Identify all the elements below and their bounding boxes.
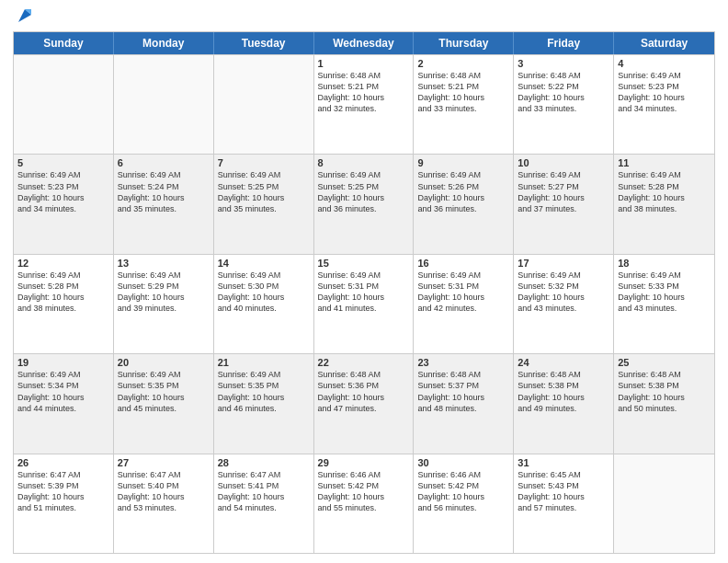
header-cell-sunday: Sunday [14, 32, 114, 54]
day-number: 24 [518, 357, 609, 368]
calendar: SundayMondayTuesdayWednesdayThursdayFrid… [13, 31, 715, 554]
page: SundayMondayTuesdayWednesdayThursdayFrid… [0, 0, 728, 563]
day-number: 30 [417, 457, 509, 468]
day-info: Sunrise: 6:49 AM Sunset: 5:33 PM Dayligh… [618, 270, 711, 315]
day-number: 2 [417, 58, 509, 69]
day-number: 23 [417, 357, 509, 368]
day-info: Sunrise: 6:49 AM Sunset: 5:35 PM Dayligh… [118, 369, 210, 414]
day-number: 18 [618, 258, 711, 269]
day-number: 14 [218, 258, 310, 269]
cal-cell: 13Sunrise: 6:49 AM Sunset: 5:29 PM Dayli… [114, 255, 214, 353]
day-info: Sunrise: 6:49 AM Sunset: 5:31 PM Dayligh… [318, 270, 410, 315]
day-info: Sunrise: 6:49 AM Sunset: 5:26 PM Dayligh… [417, 169, 509, 214]
day-info: Sunrise: 6:49 AM Sunset: 5:35 PM Dayligh… [218, 369, 310, 414]
day-number: 5 [17, 157, 109, 168]
cal-cell: 2Sunrise: 6:48 AM Sunset: 5:21 PM Daylig… [414, 55, 514, 154]
week-row-2: 5Sunrise: 6:49 AM Sunset: 5:23 PM Daylig… [14, 154, 714, 253]
cal-cell: 10Sunrise: 6:49 AM Sunset: 5:27 PM Dayli… [514, 155, 614, 253]
day-info: Sunrise: 6:49 AM Sunset: 5:27 PM Dayligh… [518, 169, 609, 214]
day-number: 29 [318, 457, 410, 468]
day-info: Sunrise: 6:48 AM Sunset: 5:21 PM Dayligh… [417, 70, 509, 115]
calendar-header: SundayMondayTuesdayWednesdayThursdayFrid… [14, 32, 714, 54]
day-number: 15 [318, 258, 410, 269]
day-number: 26 [17, 457, 109, 468]
cal-cell: 15Sunrise: 6:49 AM Sunset: 5:31 PM Dayli… [314, 255, 415, 353]
day-number: 19 [17, 357, 109, 368]
cal-cell: 27Sunrise: 6:47 AM Sunset: 5:40 PM Dayli… [114, 454, 214, 553]
day-number: 12 [17, 258, 109, 269]
day-info: Sunrise: 6:45 AM Sunset: 5:43 PM Dayligh… [518, 469, 609, 514]
day-info: Sunrise: 6:46 AM Sunset: 5:42 PM Dayligh… [417, 469, 509, 514]
header-cell-saturday: Saturday [614, 32, 714, 54]
day-number: 10 [518, 157, 609, 168]
cal-cell: 30Sunrise: 6:46 AM Sunset: 5:42 PM Dayli… [414, 454, 514, 553]
day-info: Sunrise: 6:49 AM Sunset: 5:32 PM Dayligh… [518, 270, 609, 315]
header-cell-friday: Friday [514, 32, 614, 54]
logo-icon [15, 6, 35, 26]
day-number: 1 [318, 58, 410, 69]
day-info: Sunrise: 6:49 AM Sunset: 5:30 PM Dayligh… [218, 270, 310, 315]
day-info: Sunrise: 6:47 AM Sunset: 5:39 PM Dayligh… [17, 469, 109, 514]
day-number: 28 [218, 457, 310, 468]
cal-cell: 18Sunrise: 6:49 AM Sunset: 5:33 PM Dayli… [614, 255, 714, 353]
cal-cell: 3Sunrise: 6:48 AM Sunset: 5:22 PM Daylig… [514, 55, 614, 154]
cal-cell: 26Sunrise: 6:47 AM Sunset: 5:39 PM Dayli… [14, 454, 114, 553]
day-info: Sunrise: 6:46 AM Sunset: 5:42 PM Dayligh… [318, 469, 410, 514]
day-info: Sunrise: 6:48 AM Sunset: 5:37 PM Dayligh… [417, 369, 509, 414]
cal-cell: 4Sunrise: 6:49 AM Sunset: 5:23 PM Daylig… [614, 55, 714, 154]
week-row-5: 26Sunrise: 6:47 AM Sunset: 5:39 PM Dayli… [14, 454, 714, 553]
day-number: 17 [518, 258, 609, 269]
day-info: Sunrise: 6:49 AM Sunset: 5:23 PM Dayligh… [17, 169, 109, 214]
day-info: Sunrise: 6:49 AM Sunset: 5:31 PM Dayligh… [417, 270, 509, 315]
day-number: 25 [618, 357, 711, 368]
day-info: Sunrise: 6:49 AM Sunset: 5:23 PM Dayligh… [618, 70, 711, 115]
day-number: 6 [118, 157, 210, 168]
cal-cell: 29Sunrise: 6:46 AM Sunset: 5:42 PM Dayli… [314, 454, 415, 553]
day-info: Sunrise: 6:48 AM Sunset: 5:36 PM Dayligh… [318, 369, 410, 414]
cal-cell: 25Sunrise: 6:48 AM Sunset: 5:38 PM Dayli… [614, 354, 714, 453]
cal-cell [614, 454, 714, 553]
cal-cell: 8Sunrise: 6:49 AM Sunset: 5:25 PM Daylig… [314, 155, 415, 253]
day-info: Sunrise: 6:49 AM Sunset: 5:29 PM Dayligh… [118, 270, 210, 315]
cal-cell: 14Sunrise: 6:49 AM Sunset: 5:30 PM Dayli… [214, 255, 314, 353]
cal-cell: 28Sunrise: 6:47 AM Sunset: 5:41 PM Dayli… [214, 454, 314, 553]
day-info: Sunrise: 6:49 AM Sunset: 5:25 PM Dayligh… [218, 169, 310, 214]
day-number: 16 [417, 258, 509, 269]
week-row-4: 19Sunrise: 6:49 AM Sunset: 5:34 PM Dayli… [14, 353, 714, 453]
cal-cell: 24Sunrise: 6:48 AM Sunset: 5:38 PM Dayli… [514, 354, 614, 453]
logo [13, 9, 35, 26]
cal-cell: 21Sunrise: 6:49 AM Sunset: 5:35 PM Dayli… [214, 354, 314, 453]
header-cell-wednesday: Wednesday [314, 32, 415, 54]
day-info: Sunrise: 6:49 AM Sunset: 5:25 PM Dayligh… [318, 169, 410, 214]
header-cell-monday: Monday [114, 32, 214, 54]
cal-cell: 9Sunrise: 6:49 AM Sunset: 5:26 PM Daylig… [414, 155, 514, 253]
header [13, 9, 715, 26]
header-cell-thursday: Thursday [414, 32, 514, 54]
cal-cell [214, 55, 314, 154]
day-number: 7 [218, 157, 310, 168]
day-number: 31 [518, 457, 609, 468]
cal-cell: 6Sunrise: 6:49 AM Sunset: 5:24 PM Daylig… [114, 155, 214, 253]
cal-cell: 17Sunrise: 6:49 AM Sunset: 5:32 PM Dayli… [514, 255, 614, 353]
cal-cell [114, 55, 214, 154]
cal-cell: 19Sunrise: 6:49 AM Sunset: 5:34 PM Dayli… [14, 354, 114, 453]
day-number: 21 [218, 357, 310, 368]
day-number: 13 [118, 258, 210, 269]
calendar-body: 1Sunrise: 6:48 AM Sunset: 5:21 PM Daylig… [14, 54, 714, 553]
cal-cell: 16Sunrise: 6:49 AM Sunset: 5:31 PM Dayli… [414, 255, 514, 353]
cal-cell: 22Sunrise: 6:48 AM Sunset: 5:36 PM Dayli… [314, 354, 415, 453]
cal-cell: 1Sunrise: 6:48 AM Sunset: 5:21 PM Daylig… [314, 55, 415, 154]
day-info: Sunrise: 6:48 AM Sunset: 5:38 PM Dayligh… [618, 369, 711, 414]
day-info: Sunrise: 6:49 AM Sunset: 5:28 PM Dayligh… [17, 270, 109, 315]
day-info: Sunrise: 6:47 AM Sunset: 5:41 PM Dayligh… [218, 469, 310, 514]
day-info: Sunrise: 6:49 AM Sunset: 5:28 PM Dayligh… [618, 169, 711, 214]
cal-cell: 7Sunrise: 6:49 AM Sunset: 5:25 PM Daylig… [214, 155, 314, 253]
day-number: 20 [118, 357, 210, 368]
cal-cell: 5Sunrise: 6:49 AM Sunset: 5:23 PM Daylig… [14, 155, 114, 253]
day-info: Sunrise: 6:48 AM Sunset: 5:21 PM Dayligh… [318, 70, 410, 115]
cal-cell: 12Sunrise: 6:49 AM Sunset: 5:28 PM Dayli… [14, 255, 114, 353]
day-info: Sunrise: 6:49 AM Sunset: 5:34 PM Dayligh… [17, 369, 109, 414]
day-info: Sunrise: 6:49 AM Sunset: 5:24 PM Dayligh… [118, 169, 210, 214]
cal-cell: 23Sunrise: 6:48 AM Sunset: 5:37 PM Dayli… [414, 354, 514, 453]
header-cell-tuesday: Tuesday [214, 32, 314, 54]
